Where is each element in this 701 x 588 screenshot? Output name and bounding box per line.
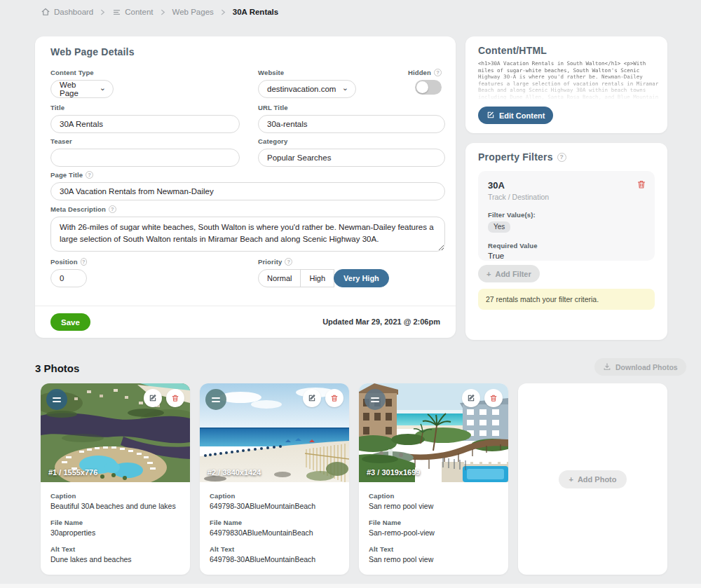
priority-label: Priority xyxy=(258,258,282,266)
drag-handle[interactable] xyxy=(205,389,226,410)
bottom-strip xyxy=(0,584,701,588)
filter-value-chip: Yes xyxy=(488,221,510,233)
photo-badge: #1 / 1555x776 xyxy=(48,468,97,477)
html-content-preview: <h1>30A Vacation Rentals in South Walton… xyxy=(478,60,659,101)
meta-description-textarea[interactable]: With 26-miles of sugar white beaches, So… xyxy=(50,217,445,252)
teaser-input[interactable] xyxy=(50,149,240,167)
toggle-knob xyxy=(416,81,428,93)
drag-handle[interactable] xyxy=(365,389,386,410)
position-label: Position xyxy=(50,258,78,266)
edit-photo-button[interactable] xyxy=(462,389,480,407)
breadcrumb-web-pages[interactable]: Web Pages xyxy=(172,8,214,16)
photo-badge: #3 / 3019x1699 xyxy=(367,468,420,477)
help-icon: ? xyxy=(557,153,566,162)
web-page-details-card: Web Page Details Content Type Web Page ⌄… xyxy=(35,36,456,338)
website-select[interactable]: destinvacation.com ⌄ xyxy=(258,80,356,98)
field-label: Content Type xyxy=(50,69,114,76)
chevron-right-icon xyxy=(220,9,226,15)
download-icon xyxy=(603,362,611,372)
position-input[interactable] xyxy=(50,269,87,287)
category-input[interactable] xyxy=(258,149,445,167)
download-photos-button[interactable]: Download Photos xyxy=(594,358,686,376)
add-photo-button[interactable]: + Add Photo xyxy=(559,470,626,488)
hidden-field: Hidden ? xyxy=(408,69,442,95)
caption-value: 649798-30ABlueMountainBeach xyxy=(210,502,339,510)
page-title-label: Page Title xyxy=(50,171,83,179)
content-type-field: Content Type Web Page ⌄ xyxy=(50,69,114,98)
edit-photo-button[interactable] xyxy=(144,389,162,407)
delete-photo-button[interactable] xyxy=(166,389,184,407)
pencil-icon xyxy=(149,394,157,402)
chevron-right-icon xyxy=(100,9,106,15)
filter-values-label: Filter Value(s): xyxy=(488,211,645,219)
photos-heading: 3 Photos xyxy=(35,362,79,374)
property-filters-card: Property Filters ? 30A Track / Destinati… xyxy=(465,143,667,340)
page-title-input[interactable] xyxy=(50,182,445,200)
edit-content-button[interactable]: Edit Content xyxy=(478,107,553,124)
chevron-down-icon: ⌄ xyxy=(342,83,348,93)
drag-handle[interactable] xyxy=(46,389,67,410)
url-title-field: URL Title xyxy=(258,104,445,133)
file-name-label: File Name xyxy=(369,519,498,526)
field-label: URL Title xyxy=(258,104,445,111)
breadcrumb-dashboard[interactable]: Dashboard xyxy=(41,7,93,17)
title-field: Title xyxy=(50,104,240,133)
priority-option-high[interactable]: High xyxy=(300,269,334,287)
add-photo-card: + Add Photo xyxy=(518,383,667,575)
caption-label: Caption xyxy=(369,492,498,500)
caption-label: Caption xyxy=(50,492,180,500)
photo-thumbnail: #1 / 1555x776 xyxy=(41,383,190,482)
content-type-select[interactable]: Web Page ⌄ xyxy=(50,80,114,98)
breadcrumb-content[interactable]: Content xyxy=(112,8,153,17)
photo-badge: #2 / 3840x1424 xyxy=(207,468,261,477)
page-title-field: Page Title ? xyxy=(50,171,445,200)
file-name-label: File Name xyxy=(50,519,180,526)
title-input[interactable] xyxy=(50,115,240,133)
priority-segmented-control: Normal High Very High xyxy=(258,269,389,287)
card-title: Web Page Details xyxy=(50,46,135,57)
hidden-toggle[interactable] xyxy=(415,80,442,95)
delete-photo-button[interactable] xyxy=(484,389,503,407)
file-name-value: San-remo-pool-view xyxy=(369,528,498,537)
divider xyxy=(35,306,456,306)
hidden-label: Hidden xyxy=(408,69,431,76)
field-label: Priority ? xyxy=(258,258,389,266)
trash-icon xyxy=(489,394,498,402)
priority-option-very-high[interactable]: Very High xyxy=(334,269,389,287)
add-filter-button[interactable]: + Add Filter xyxy=(478,265,540,282)
breadcrumb-label: Dashboard xyxy=(54,8,93,16)
html-code: <h1>30A Vacation Rentals in South Walton… xyxy=(478,60,659,100)
edit-photo-button[interactable] xyxy=(303,389,321,407)
delete-photo-button[interactable] xyxy=(325,389,343,407)
list-icon xyxy=(112,8,121,17)
photo-meta: CaptionBeautiful 30A beaches and dune la… xyxy=(41,482,190,563)
caption-value: San remo pool view xyxy=(369,502,498,510)
field-label: Page Title ? xyxy=(50,171,445,179)
field-label: Hidden ? xyxy=(408,69,442,76)
photo-thumbnail: #3 / 3019x1699 xyxy=(359,383,508,482)
select-value: destinvacation.com xyxy=(267,85,336,93)
photo-card: #3 / 3019x1699 CaptionSan remo pool view… xyxy=(359,383,508,575)
priority-option-normal[interactable]: Normal xyxy=(258,269,301,287)
plus-icon: + xyxy=(569,475,573,484)
field-label: Meta Description ? xyxy=(50,205,445,213)
photo-card: #2 / 3840x1424 Caption649798-30ABlueMoun… xyxy=(200,383,349,575)
trash-icon xyxy=(171,394,179,402)
filter-type: Track / Destination xyxy=(488,193,645,201)
field-label: Position ? xyxy=(50,258,87,266)
category-field: Category xyxy=(258,137,445,167)
add-filter-label: Add Filter xyxy=(495,270,531,278)
chevron-down-icon: ⌄ xyxy=(100,83,106,93)
alt-text-value: Dune lakes and beaches xyxy=(50,555,180,563)
trash-icon xyxy=(637,181,646,191)
breadcrumb-current-page: 30A Rentals xyxy=(233,8,278,16)
url-title-input[interactable] xyxy=(258,115,445,133)
breadcrumb-label: Web Pages xyxy=(172,8,214,16)
teaser-field: Teaser xyxy=(50,137,240,167)
meta-description-field: Meta Description ? With 26-miles of suga… xyxy=(50,205,445,254)
pencil-icon xyxy=(308,394,316,402)
content-html-card: Content/HTML <h1>30A Vacation Rentals in… xyxy=(465,36,667,133)
save-button[interactable]: Save xyxy=(50,313,90,331)
website-field: Website destinvacation.com ⌄ xyxy=(258,69,356,98)
delete-filter-button[interactable] xyxy=(637,179,646,191)
